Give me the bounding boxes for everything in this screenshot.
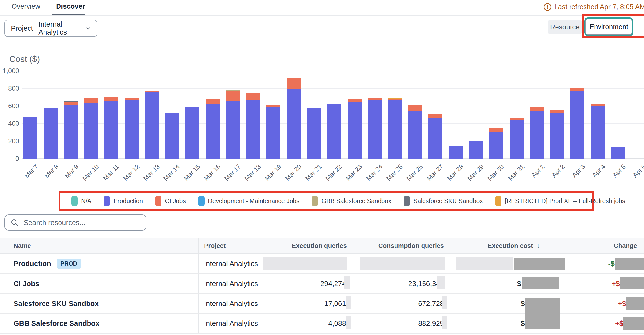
bar-segment — [490, 128, 504, 132]
column-header-change[interactable]: Change — [588, 242, 637, 250]
bar-segment — [266, 105, 280, 105]
legend-swatch — [155, 196, 162, 206]
y-axis-tick-label: 800 — [0, 85, 19, 92]
redaction-overlay — [525, 298, 560, 329]
y-axis-tick-label: 600 — [0, 102, 19, 110]
sort-desc-arrow-icon: ↓ — [536, 242, 540, 249]
bar-segment — [307, 109, 321, 159]
legend-label: Development - Maintenance Jobs — [208, 197, 300, 205]
annotation-box-chart-legend: N/AProductionCI JobsDevelopment - Mainte… — [58, 191, 594, 211]
execution-cost-value: $ — [517, 279, 521, 287]
bar-segment — [348, 102, 362, 159]
cost-dashboard: Overview Discover ! Last refreshed Apr 7… — [0, 0, 644, 335]
redaction-overlay — [442, 316, 447, 329]
bar-segment — [104, 97, 118, 101]
bar-segment — [408, 111, 422, 159]
search-input[interactable]: Search resources... — [4, 214, 146, 231]
legend-item[interactable]: [RESTRICTED] Prod XL -- Full-Refresh job… — [495, 196, 625, 206]
bar-segment — [611, 147, 625, 159]
redaction-overlay — [615, 257, 644, 270]
column-header-execution-queries[interactable]: Execution queries — [273, 242, 347, 250]
legend-label: Production — [114, 197, 143, 205]
legend-item[interactable]: Salesforce SKU Sandbox — [404, 196, 483, 206]
legend-item[interactable]: Development - Maintenance Jobs — [198, 196, 300, 206]
bar-segment — [145, 92, 159, 159]
y-axis-tick-label: 400 — [0, 120, 19, 127]
bar-segment — [490, 132, 504, 159]
bar-segment — [408, 105, 422, 105]
redaction-overlay — [620, 277, 644, 289]
bar-segment — [490, 128, 504, 128]
redaction-overlay — [442, 296, 447, 309]
legend-swatch — [104, 196, 110, 206]
column-header-name[interactable]: Name — [14, 242, 31, 250]
bar-segment — [388, 99, 402, 100]
bar-segment — [530, 107, 544, 111]
redaction-overlay — [346, 296, 352, 309]
legend-label: CI Jobs — [165, 197, 186, 205]
legend-item[interactable]: GBB Salesforce Sandbox — [312, 196, 391, 206]
redaction-overlay — [456, 257, 513, 269]
bar-segment — [84, 98, 98, 98]
legend-label: Salesforce SKU Sandbox — [414, 197, 483, 205]
bar-segment — [388, 98, 402, 99]
y-axis-tick-label: 1,000 — [0, 67, 19, 75]
resource-name: Salesforce SKU Sandbox — [14, 299, 99, 307]
bar-segment — [591, 106, 605, 159]
legend-label: [RESTRICTED] Prod XL -- Full-Refresh job… — [505, 197, 625, 205]
bar-segment — [550, 110, 564, 113]
bar-segment — [428, 114, 442, 114]
bar-segment — [428, 118, 442, 159]
bar-segment — [64, 102, 78, 105]
change-value: +$ — [615, 319, 623, 327]
column-header-project[interactable]: Project — [204, 242, 226, 250]
resource-project: Internal Analytics — [204, 299, 258, 307]
redaction-overlay — [263, 257, 347, 269]
legend-item[interactable]: N/A — [71, 196, 92, 206]
bar-segment — [64, 101, 78, 102]
y-axis-tick-label: 200 — [0, 138, 19, 145]
bar-segment — [124, 98, 139, 100]
legend-swatch — [71, 196, 78, 206]
redaction-overlay — [360, 257, 445, 269]
bar-segment — [246, 100, 260, 159]
y-axis-tick-label: 0 — [0, 155, 19, 163]
table-header: Name Project Execution queries Consumpti… — [0, 238, 644, 254]
bar-segment — [206, 99, 220, 104]
column-header-execution-cost[interactable]: Execution cost ↓ — [466, 242, 540, 250]
redaction-overlay — [522, 277, 559, 289]
search-icon — [10, 218, 19, 227]
bar-segment — [286, 79, 300, 89]
legend-swatch — [495, 196, 502, 206]
redaction-overlay — [626, 297, 644, 310]
resource-project: Internal Analytics — [204, 319, 258, 327]
bar-segment — [327, 104, 341, 159]
legend-swatch — [198, 196, 204, 206]
bar-segment — [530, 111, 544, 159]
bar-segment — [428, 114, 442, 118]
redaction-overlay — [623, 317, 644, 330]
gridline — [22, 71, 644, 71]
bar-segment — [591, 104, 605, 106]
bar-segment — [124, 98, 139, 98]
redaction-overlay — [514, 257, 565, 270]
execution-queries-value: 294,274 — [320, 279, 346, 287]
legend-item[interactable]: Production — [104, 196, 143, 206]
bar-segment — [388, 100, 402, 159]
bar-segment — [469, 141, 483, 159]
legend-swatch — [404, 196, 410, 206]
redaction-overlay — [344, 276, 350, 289]
legend-swatch — [312, 196, 318, 206]
legend-item[interactable]: CI Jobs — [155, 196, 186, 206]
bar-segment — [226, 91, 240, 101]
bar-segment — [226, 101, 240, 159]
execution-queries-value: 4,088 — [328, 319, 346, 327]
resource-project: Internal Analytics — [204, 259, 258, 268]
column-header-consumption-queries[interactable]: Consumption queries — [370, 242, 444, 250]
bar-segment — [246, 94, 260, 100]
bar-segment — [23, 117, 37, 159]
change-value: +$ — [612, 279, 620, 287]
bar-segment — [104, 101, 118, 159]
bar-segment — [449, 146, 463, 159]
bar-segment — [206, 104, 220, 159]
